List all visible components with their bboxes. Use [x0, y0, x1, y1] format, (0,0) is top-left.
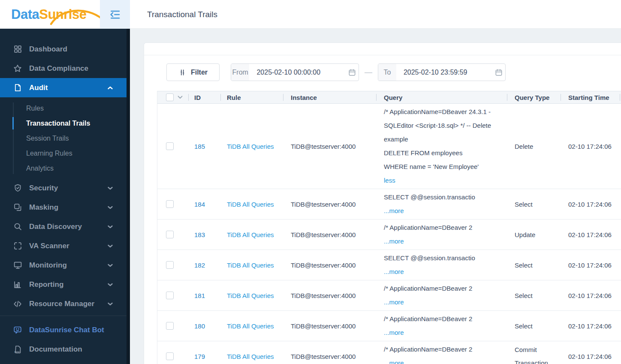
rule-link[interactable]: TiDB All Queries [227, 353, 274, 360]
row-checkbox[interactable] [166, 292, 174, 299]
code-brackets-icon [13, 299, 22, 309]
sidebar-item-rules[interactable]: Rules [0, 101, 127, 116]
row-checkbox[interactable] [166, 200, 174, 208]
date-from-label: From [231, 64, 249, 81]
row-checkbox[interactable] [166, 142, 174, 150]
event-id-link[interactable]: 184 [194, 201, 205, 208]
sidebar-item-session-trails[interactable]: Session Trails [0, 131, 127, 146]
row-checkbox[interactable] [166, 352, 174, 360]
event-id-link[interactable]: 185 [194, 143, 205, 150]
sidebar-item-masking[interactable]: Masking [0, 198, 127, 217]
instance-cell: TiDB@testserver:4000 [283, 322, 376, 330]
sidebar-collapse-button[interactable] [100, 0, 130, 29]
rule-link[interactable]: TiDB All Queries [227, 231, 274, 238]
column-header-starting-time[interactable]: Starting Time [561, 91, 620, 103]
sidebar-item-label: Dashboard [29, 45, 67, 54]
calendar-icon[interactable] [492, 64, 505, 81]
starting-time-cell: 02-10 17:24:06 [561, 201, 620, 208]
rule-link[interactable]: TiDB All Queries [227, 143, 274, 150]
logo-word-sunrise: Sunrise [39, 7, 86, 22]
column-header-id[interactable]: ID [188, 91, 220, 103]
table-body: 185 TiDB All Queries TiDB@testserver:400… [157, 104, 621, 364]
sidebar-item-chat-bot[interactable]: DataSunrise Chat Bot [0, 320, 127, 340]
column-header-rule[interactable]: Rule [220, 91, 283, 103]
logo-word-data: Data [11, 7, 39, 22]
row-checkbox[interactable] [166, 231, 174, 238]
starting-time-cell: 02-10 17:24:06 [561, 262, 620, 269]
sidebar-item-data-discovery[interactable]: Data Discovery [0, 217, 127, 236]
column-header-instance[interactable]: Instance [283, 91, 376, 103]
filter-button[interactable]: Filter [166, 63, 220, 81]
sidebar-item-audit[interactable]: Audit [0, 78, 127, 97]
sidebar-item-va-scanner[interactable]: VA Scanner [0, 236, 127, 256]
collapse-query-link[interactable]: less [384, 174, 507, 187]
sidebar-item-transactional-trails[interactable]: Transactional Trails [0, 116, 127, 131]
bar-chart-icon [13, 280, 22, 289]
date-from-input[interactable] [249, 64, 345, 81]
query-cell: /* ApplicationName=DBeaver 2...more [376, 311, 507, 341]
sidebar-item-label: Security [29, 184, 58, 193]
sidebar-item-security[interactable]: Security [0, 178, 127, 198]
table-row: 184 TiDB All Queries TiDB@testserver:400… [157, 189, 621, 220]
masking-layers-icon [13, 203, 22, 212]
datasunrise-logo[interactable]: DataSunrise [11, 7, 86, 22]
audit-submenu: Rules Transactional Trails Session Trail… [0, 97, 127, 178]
query-line: /* ApplicationName=DBeaver 2 [384, 312, 507, 326]
column-header-query[interactable]: Query [376, 91, 507, 103]
table-header-row: ID Rule Instance Query Query Type Starti… [157, 91, 621, 104]
sidebar-item-dashboard[interactable]: Dashboard [0, 39, 127, 59]
sidebar-item-analytics[interactable]: Analytics [0, 161, 127, 176]
expand-query-link[interactable]: ...more [384, 235, 507, 248]
sidebar-item-label: Resource Manager [29, 300, 94, 308]
column-header-query-type[interactable]: Query Type [507, 91, 561, 103]
main-content: Filter From — To [130, 29, 621, 364]
date-to-input[interactable] [396, 64, 492, 81]
sidebar-item-documentation[interactable]: DOC Documentation [0, 340, 127, 359]
expand-query-link[interactable]: ...more [384, 204, 507, 218]
event-id-link[interactable]: 183 [194, 231, 205, 238]
sidebar-item-reporting[interactable]: Reporting [0, 275, 127, 294]
select-all-checkbox[interactable] [166, 93, 174, 101]
expand-query-link[interactable]: ...more [384, 326, 507, 340]
event-id-link[interactable]: 181 [194, 292, 205, 299]
rule-link[interactable]: TiDB All Queries [227, 292, 274, 299]
query-type-cell: Select [507, 198, 561, 211]
row-checkbox[interactable] [166, 322, 174, 330]
date-to-group: To [378, 63, 506, 81]
sidebar: Dashboard Data Compliance Audit [0, 29, 130, 364]
expand-query-link[interactable]: ...more [384, 295, 507, 309]
expand-query-link[interactable]: ...more [384, 356, 507, 364]
calendar-icon[interactable] [345, 64, 359, 81]
rule-link[interactable]: TiDB All Queries [227, 262, 274, 269]
starting-time-cell: 02-10 17:24:06 [561, 143, 620, 150]
filter-sliders-icon [178, 69, 186, 76]
query-cell: /* ApplicationName=DBeaver 2...more [376, 220, 507, 250]
event-id-link[interactable]: 182 [194, 262, 205, 269]
expand-query-link[interactable]: ...more [384, 265, 507, 279]
sidebar-item-learning-rules[interactable]: Learning Rules [0, 146, 127, 161]
sidebar-item-label: Masking [29, 203, 58, 212]
rule-link[interactable]: TiDB All Queries [227, 201, 274, 208]
sidebar-item-data-compliance[interactable]: Data Compliance [0, 59, 127, 78]
chevron-down-icon [108, 264, 113, 267]
chevron-down-icon [108, 302, 113, 306]
row-checkbox[interactable] [166, 261, 174, 269]
doc-file-icon: DOC [13, 345, 22, 354]
rule-link[interactable]: TiDB All Queries [227, 322, 274, 330]
event-id-link[interactable]: 179 [194, 353, 205, 360]
table-row: 179 TiDB All Queries TiDB@testserver:400… [157, 341, 621, 364]
query-type-cell: Update [507, 228, 561, 241]
query-cell: /* ApplicationName=DBeaver 2...more [376, 280, 507, 310]
chevron-up-icon [108, 86, 113, 90]
chat-bot-icon [13, 325, 22, 335]
starting-time-cell: 02-10 17:24:06 [561, 231, 620, 238]
starting-time-cell: 02-10 17:24:06 [561, 292, 620, 299]
sidebar-item-resource-manager[interactable]: Resource Manager [0, 294, 127, 313]
select-menu-chevron-icon[interactable] [178, 96, 183, 99]
sidebar-scrollbar[interactable] [127, 29, 130, 364]
event-id-link[interactable]: 180 [194, 322, 205, 330]
sidebar-item-label: VA Scanner [29, 242, 69, 250]
shield-check-icon [13, 184, 22, 193]
sidebar-item-monitoring[interactable]: Monitoring [0, 256, 127, 275]
query-type-cell: Select [507, 289, 561, 302]
